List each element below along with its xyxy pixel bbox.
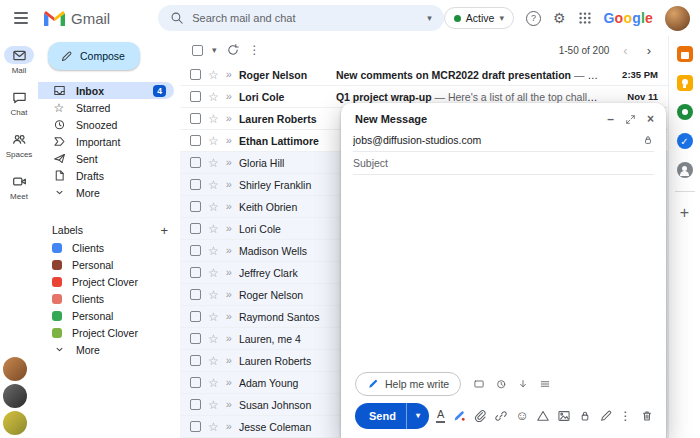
row-checkbox[interactable]	[190, 377, 201, 388]
label-item-clients-2[interactable]: Clients	[38, 290, 180, 307]
status-selector[interactable]: Active ▾	[444, 7, 514, 29]
sidebar-item-more[interactable]: More	[38, 184, 174, 201]
importance-marker-icon[interactable]: »	[226, 201, 232, 212]
insert-link-icon[interactable]	[494, 409, 508, 423]
labels-more[interactable]: More	[38, 341, 174, 358]
row-checkbox[interactable]	[190, 179, 201, 190]
importance-marker-icon[interactable]: »	[226, 157, 232, 168]
star-icon[interactable]: ☆	[208, 91, 219, 103]
importance-marker-icon[interactable]: »	[226, 113, 232, 124]
row-checkbox[interactable]	[190, 421, 201, 432]
star-icon[interactable]: ☆	[208, 377, 219, 389]
compose-header[interactable]: New Message – ×	[341, 103, 666, 129]
rail-item-spaces[interactable]: Spaces	[4, 130, 34, 159]
star-icon[interactable]: ☆	[208, 113, 219, 125]
label-item-project-clover-2[interactable]: Project Clover	[38, 324, 180, 341]
importance-marker-icon[interactable]: »	[226, 355, 232, 366]
importance-marker-icon[interactable]: »	[226, 377, 232, 388]
star-icon[interactable]: ☆	[208, 157, 219, 169]
label-item-personal[interactable]: Personal	[38, 256, 180, 273]
compose-button[interactable]: Compose	[48, 42, 140, 70]
importance-marker-icon[interactable]: »	[226, 399, 232, 410]
row-checkbox[interactable]	[190, 223, 201, 234]
history-icon[interactable]	[495, 378, 507, 390]
gemini-pen-icon[interactable]	[452, 409, 466, 423]
row-checkbox[interactable]	[190, 399, 201, 410]
drive-icon[interactable]	[536, 409, 550, 423]
hamburger-menu-icon[interactable]	[14, 12, 28, 24]
importance-marker-icon[interactable]: »	[226, 245, 232, 256]
search-input[interactable]	[192, 12, 419, 24]
compose-body-input[interactable]	[353, 179, 654, 372]
search-bar[interactable]: ▾	[158, 5, 444, 31]
insert-emoji-icon[interactable]: ☺	[515, 409, 528, 422]
star-icon[interactable]: ☆	[208, 399, 219, 411]
newer-page-icon[interactable]: ‹	[618, 43, 632, 58]
importance-marker-icon[interactable]: »	[226, 179, 232, 190]
user-avatar[interactable]	[665, 6, 690, 31]
rail-item-mail[interactable]: Mail	[4, 46, 34, 75]
help-icon[interactable]: ?	[526, 11, 541, 26]
importance-marker-icon[interactable]: »	[226, 91, 232, 102]
signature-pen-icon[interactable]	[599, 409, 613, 423]
row-checkbox[interactable]	[190, 333, 201, 344]
star-icon[interactable]: ☆	[208, 179, 219, 191]
star-icon[interactable]: ☆	[208, 421, 219, 433]
importance-marker-icon[interactable]: »	[226, 311, 232, 322]
recipients-field[interactable]	[353, 129, 654, 152]
select-options-caret-icon[interactable]: ▾	[212, 45, 217, 55]
send-options-caret-icon[interactable]: ▾	[407, 411, 429, 420]
to-input[interactable]	[353, 134, 636, 146]
discard-draft-icon[interactable]	[640, 409, 654, 423]
row-checkbox[interactable]	[190, 245, 201, 256]
sidebar-item-sent[interactable]: Sent	[38, 150, 174, 167]
settings-gear-icon[interactable]: ⚙	[553, 11, 566, 25]
phone-icon[interactable]	[677, 104, 693, 120]
row-checkbox[interactable]	[190, 69, 201, 80]
row-checkbox[interactable]	[190, 157, 201, 168]
get-add-ons-icon[interactable]: +	[680, 205, 689, 221]
help-me-write-button[interactable]: Help me write	[355, 372, 461, 396]
send-button[interactable]: Send ▾	[355, 403, 429, 429]
sidebar-item-starred[interactable]: ☆ Starred	[38, 99, 174, 116]
importance-marker-icon[interactable]: »	[226, 421, 232, 432]
star-icon[interactable]: ☆	[208, 355, 219, 367]
star-icon[interactable]: ☆	[208, 245, 219, 257]
star-icon[interactable]: ☆	[208, 267, 219, 279]
rail-item-meet[interactable]: Meet	[4, 172, 34, 201]
sidebar-item-snoozed[interactable]: Snoozed	[38, 116, 174, 133]
label-item-personal-2[interactable]: Personal	[38, 307, 180, 324]
select-all-checkbox[interactable]	[192, 45, 203, 56]
contact-avatar[interactable]	[3, 384, 27, 408]
tasks-icon[interactable]: ✓	[677, 133, 693, 149]
star-icon[interactable]: ☆	[208, 223, 219, 235]
importance-marker-icon[interactable]: »	[226, 333, 232, 344]
minimize-icon[interactable]: –	[607, 113, 614, 125]
row-checkbox[interactable]	[190, 311, 201, 322]
star-icon[interactable]: ☆	[208, 311, 219, 323]
star-icon[interactable]: ☆	[208, 69, 219, 81]
search-options-caret-icon[interactable]: ▾	[427, 13, 432, 23]
row-checkbox[interactable]	[190, 113, 201, 124]
menu-lines-icon[interactable]	[539, 378, 551, 390]
older-page-icon[interactable]: ›	[642, 43, 656, 58]
importance-marker-icon[interactable]: »	[226, 135, 232, 146]
importance-marker-icon[interactable]: »	[226, 267, 232, 278]
importance-marker-icon[interactable]: »	[226, 69, 232, 80]
sidebar-item-drafts[interactable]: Drafts	[38, 167, 174, 184]
confidential-mode-icon[interactable]	[578, 409, 592, 423]
sidebar-item-inbox[interactable]: Inbox 4	[38, 82, 174, 99]
formatting-options-icon[interactable]: A	[436, 408, 445, 422]
row-checkbox[interactable]	[190, 289, 201, 300]
star-icon[interactable]: ☆	[208, 333, 219, 345]
row-checkbox[interactable]	[190, 91, 201, 102]
more-options-icon[interactable]: ⋮	[620, 409, 632, 423]
attach-file-icon[interactable]	[473, 409, 487, 423]
contact-avatar[interactable]	[3, 411, 27, 435]
importance-marker-icon[interactable]: »	[226, 289, 232, 300]
card-icon[interactable]	[473, 378, 485, 390]
more-options-icon[interactable]: ⋮	[249, 43, 261, 57]
close-icon[interactable]: ×	[647, 113, 654, 125]
rail-item-chat[interactable]: Chat	[4, 88, 34, 117]
calendar-icon[interactable]	[677, 46, 693, 62]
